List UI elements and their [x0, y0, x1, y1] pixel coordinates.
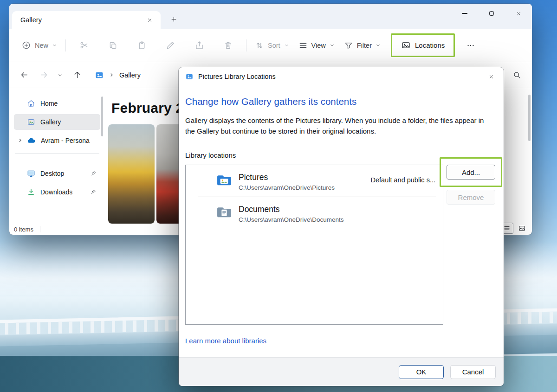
downloads-icon: [27, 188, 35, 196]
dialog-side-buttons: Add... Remove: [440, 157, 502, 205]
home-icon: [27, 99, 35, 108]
sidebar-label-onedrive: Avram - Persona: [41, 137, 90, 144]
remove-button[interactable]: Remove: [447, 190, 495, 205]
paste-button[interactable]: [132, 36, 151, 55]
breadcrumb-item-gallery[interactable]: Gallery: [119, 71, 141, 79]
tab-title: Gallery: [20, 16, 143, 24]
list-view-icon: [503, 225, 511, 232]
list-item-pictures[interactable]: Pictures C:\Users\avram\OneDrive\Picture…: [186, 165, 443, 191]
new-tab-button[interactable]: [165, 11, 182, 27]
ok-button[interactable]: OK: [399, 365, 444, 379]
rename-icon: [166, 40, 175, 50]
add-button[interactable]: Add...: [447, 165, 495, 180]
locations-button[interactable]: Locations: [396, 37, 449, 54]
cut-button[interactable]: [74, 36, 94, 55]
gallery-address-icon: [95, 71, 104, 80]
search-icon: [512, 71, 521, 79]
chevron-down-icon: [52, 43, 57, 48]
dialog-titlebar: Pictures Library Locations: [179, 67, 504, 86]
delete-icon: [223, 40, 233, 50]
share-button[interactable]: [189, 36, 209, 55]
highlight-box-locations: Locations: [391, 33, 455, 57]
breadcrumb: Gallery: [95, 71, 141, 80]
learn-more-link[interactable]: Learn more about libraries: [185, 337, 266, 345]
view-button[interactable]: View: [294, 37, 339, 54]
photo-thumbnail[interactable]: [108, 124, 155, 224]
window-controls: [451, 4, 532, 23]
dialog-close-icon[interactable]: [481, 69, 501, 84]
maximize-icon[interactable]: [478, 4, 505, 23]
sidebar-divider: [15, 153, 99, 154]
sort-button[interactable]: Sort: [250, 37, 294, 54]
location-note: Default and public s...: [371, 176, 435, 184]
sort-label: Sort: [268, 42, 280, 49]
pin-icon: [90, 170, 97, 177]
search-button[interactable]: [508, 66, 525, 84]
sidebar-item-gallery[interactable]: Gallery: [14, 114, 100, 130]
tab-close-icon[interactable]: [143, 13, 156, 26]
recent-locations-button[interactable]: [55, 67, 66, 84]
up-button[interactable]: [69, 67, 85, 84]
locations-label: Locations: [415, 41, 445, 49]
dialog-pictures-icon: [185, 72, 194, 81]
command-toolbar: New Sort View: [9, 29, 532, 62]
dialog-heading: Change how Gallery gathers its contents: [185, 96, 496, 107]
copy-icon: [108, 40, 118, 50]
sidebar-item-downloads[interactable]: Downloads: [14, 184, 100, 200]
item-count: 0 items: [14, 226, 33, 233]
more-options-button[interactable]: [461, 36, 480, 55]
sidebar-item-desktop[interactable]: Desktop: [14, 166, 100, 181]
sidebar-label-downloads: Downloads: [40, 188, 72, 196]
sidebar-label-gallery: Gallery: [40, 118, 61, 126]
sidebar-item-onedrive[interactable]: Avram - Persona: [14, 133, 100, 148]
dialog-body: Change how Gallery gathers its contents …: [179, 86, 504, 357]
view-toggles: [500, 223, 528, 234]
view-label: View: [311, 42, 326, 49]
pictures-folder-icon: [216, 174, 232, 186]
gallery-icon: [27, 118, 35, 126]
new-label: New: [35, 42, 48, 49]
chevron-down-icon: [284, 43, 289, 48]
dialog-footer: OK Cancel: [179, 357, 504, 386]
view-icon: [298, 41, 308, 50]
toolbar-separator: [65, 39, 66, 51]
sidebar-label-home: Home: [40, 100, 58, 107]
tab-gallery[interactable]: Gallery: [12, 11, 161, 29]
copy-button[interactable]: [103, 36, 123, 55]
list-item-documents[interactable]: Documents C:\Users\avram\OneDrive\Docume…: [186, 197, 443, 223]
pin-icon: [90, 189, 97, 196]
sidebar-item-home[interactable]: Home: [14, 96, 100, 111]
documents-folder-icon: [216, 206, 232, 218]
new-icon: [21, 40, 31, 50]
forward-button[interactable]: [35, 67, 52, 84]
rename-button[interactable]: [161, 36, 180, 55]
paste-icon: [137, 40, 147, 50]
expand-chevron-icon[interactable]: [17, 137, 23, 143]
forward-icon: [39, 71, 48, 79]
dialog-title: Pictures Library Locations: [198, 73, 481, 80]
back-icon: [20, 71, 29, 79]
content-scrollbar[interactable]: [528, 95, 531, 141]
location-name: Documents: [239, 205, 344, 214]
sort-icon: [255, 41, 264, 50]
filter-button[interactable]: Filter: [339, 37, 385, 54]
new-button[interactable]: New: [17, 37, 62, 54]
locations-icon: [401, 40, 411, 50]
minimize-icon[interactable]: [451, 4, 478, 23]
pictures-library-locations-dialog: Pictures Library Locations Change how Ga…: [179, 67, 504, 386]
recent-chevron-icon: [58, 72, 63, 78]
navigation-pane: Home Gallery Avram - Persona Desktop Dow…: [9, 88, 103, 224]
cut-icon: [79, 40, 89, 50]
thumbnail-view-button[interactable]: [515, 223, 528, 234]
delete-button[interactable]: [218, 36, 238, 55]
breadcrumb-chevron-icon: [109, 72, 115, 78]
back-button[interactable]: [16, 67, 32, 84]
location-path: C:\Users\avram\OneDrive\Pictures: [239, 184, 335, 191]
cancel-button[interactable]: Cancel: [450, 365, 496, 379]
library-locations-list[interactable]: Pictures C:\Users\avram\OneDrive\Picture…: [185, 165, 443, 325]
toolbar-separator: [246, 39, 246, 51]
status-divider: [40, 226, 40, 232]
close-icon[interactable]: [505, 4, 532, 23]
desktop-icon: [27, 169, 35, 178]
chevron-down-icon: [376, 43, 381, 48]
